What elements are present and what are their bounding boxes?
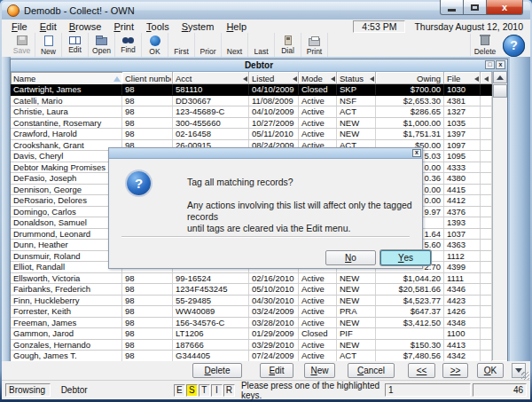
table-row-forrester[interactable]: Forrester, Keith 98 WW40089 03/24/2009 A… (11, 306, 507, 318)
table-row-crawford[interactable]: Crawford, Harold 98 02-16458 05/11/2010 … (11, 129, 507, 140)
close-button[interactable]: x (487, 0, 523, 15)
hotkey-I[interactable]: I (211, 384, 223, 397)
tag-records-dialog: x ? Tag all matching records? Any action… (108, 147, 423, 269)
no-button[interactable]: No (325, 250, 376, 265)
debtor-close-button[interactable]: x (496, 60, 505, 69)
column-arrow-icon (484, 76, 489, 82)
first-button[interactable]: First (168, 33, 195, 57)
new-footer-button[interactable]: New (304, 363, 335, 378)
edit-footer-button[interactable]: Edit (260, 363, 293, 378)
open-button[interactable]: Open (89, 33, 115, 57)
hotkey-S[interactable]: S (186, 384, 198, 397)
column-header-status[interactable]: Status (337, 72, 376, 84)
resize-grip[interactable] (521, 372, 529, 380)
table-row-constantine[interactable]: Constantine, Rosemary 98 300-455660 10/2… (11, 118, 507, 130)
table-row-catelli[interactable]: Catelli, Mario 98 DD30667 11/08/2009 Act… (11, 96, 507, 107)
last-button[interactable]: Last (248, 33, 275, 57)
column-header-file[interactable]: File (444, 72, 481, 84)
app-window: Demodb - Collect! - OWN x File Edit Brow… (0, 0, 532, 402)
status-bar: Browsing Debtor E S T I R Please press o… (2, 380, 530, 399)
status-mode: Browsing (5, 383, 51, 397)
print-icon (309, 38, 320, 46)
debtor-window-titlebar: Debtor □ x (11, 59, 507, 72)
menu-browse[interactable]: Browse (63, 21, 108, 32)
window-title: Demodb - Collect! - OWN (24, 5, 135, 16)
dialog-close-icon[interactable]: x (412, 149, 421, 157)
ok-icon (150, 35, 160, 46)
column-header-mode[interactable]: Mode (299, 72, 337, 84)
ok-footer-button[interactable]: OK (477, 363, 504, 378)
hotkey-E[interactable]: E (174, 384, 185, 397)
status-context: Debtor (61, 385, 122, 395)
column-arrow-icon (331, 76, 335, 82)
menu-edit[interactable]: Edit (34, 21, 63, 32)
new-button[interactable]: New (35, 33, 62, 57)
table-header: Name Client number Acct Listed Mode Stat… (11, 72, 507, 84)
menu-system[interactable]: System (176, 21, 221, 32)
next-page-footer-button[interactable]: >> (442, 363, 468, 378)
print-button[interactable]: Print (301, 33, 328, 57)
scroll-up-button[interactable] (493, 71, 507, 83)
yes-button[interactable]: Yes (380, 250, 431, 265)
delete-button[interactable]: Delete (470, 34, 499, 56)
delete-footer-button[interactable]: Delete (192, 363, 242, 378)
hotkey-R[interactable]: R (223, 384, 235, 397)
table-row-ellsworth[interactable]: Ellsworth, Victoria 98 99-16524 02/16/20… (11, 273, 507, 285)
record-count: 46 (473, 383, 527, 397)
find-button[interactable]: Find (115, 33, 142, 57)
date: Thursday August 12, 2010 (414, 21, 523, 32)
ok-button[interactable]: OK (142, 33, 168, 57)
restore-button[interactable]: □ (485, 60, 495, 69)
chevron-up-icon (497, 75, 504, 80)
cancel-footer-button[interactable]: Cancel (348, 363, 395, 378)
maximize-button[interactable] (464, 0, 487, 15)
minimize-button[interactable] (440, 0, 464, 15)
column-header-owing[interactable]: Owing (376, 72, 444, 84)
table-row-freeman[interactable]: Freeman, James 98 156-34576-C 03/28/2010… (11, 318, 507, 329)
table-row-cartwright[interactable]: Cartwright, James 98 581110 04/10/2009 C… (11, 84, 507, 96)
help-icon[interactable]: ? (503, 35, 525, 57)
column-header-listed[interactable]: Listed (249, 72, 299, 84)
right-edge-strip (510, 57, 530, 361)
save-button[interactable]: Save (9, 33, 35, 57)
menu-tools[interactable]: Tools (140, 21, 176, 32)
minimize-icon (448, 9, 456, 12)
vertical-scrollbar[interactable] (492, 71, 507, 360)
menu-print[interactable]: Print (107, 21, 140, 32)
scrollbar-thumb[interactable] (493, 84, 507, 98)
column-arrow-icon (474, 76, 479, 82)
table-row-gonzales[interactable]: Gonzales, Hernando 98 187666 03/29/2010 … (11, 340, 507, 351)
hotkey-T[interactable]: T (199, 384, 210, 397)
column-header-extra[interactable] (481, 72, 492, 84)
menu-help[interactable]: Help (220, 21, 253, 32)
open-icon (96, 37, 107, 45)
question-icon: ? (127, 171, 151, 195)
edit-icon (69, 36, 81, 44)
prev-page-footer-button[interactable]: << (408, 363, 435, 378)
prior-button[interactable]: Prior (195, 33, 222, 57)
next-button[interactable]: Next (222, 33, 248, 57)
table-row-finn[interactable]: Finn, Huckleberry 98 55-29485 04/30/2010… (11, 296, 507, 307)
table-row-gammon[interactable]: Gammon, Jarod 98 LT1206 01/29/2009 Close… (11, 328, 507, 340)
menu-file[interactable]: File (5, 21, 34, 32)
table-row-gough[interactable]: Gough, James T. 98 G344405 07/24/2009 Ac… (11, 351, 507, 362)
edit-button[interactable]: Edit (62, 33, 89, 57)
dialog-question: Tag all matching records? (187, 177, 293, 187)
dialog-separator (121, 236, 410, 238)
column-header-acct[interactable]: Acct (173, 72, 249, 84)
table-row-fairbanks[interactable]: Fairbanks, Frederich 98 1234F453245 05/1… (11, 284, 507, 296)
column-header-name[interactable]: Name (11, 72, 122, 84)
table-row-christie[interactable]: Christie, Laura 98 123-45689-C 04/10/200… (11, 106, 507, 118)
trash-icon (481, 35, 489, 46)
find-icon (122, 37, 134, 44)
dial-button[interactable]: Dial (275, 33, 301, 57)
toolbar: Save New Edit Open (2, 33, 530, 58)
debtor-window-controls: □ x (485, 60, 505, 69)
column-header-client-number[interactable]: Client number (122, 72, 173, 84)
footer-button-bar: Delete Edit New Cancel << >> OK (2, 361, 530, 380)
column-arrow-icon (370, 76, 374, 82)
dialog-titlebar: x (109, 148, 422, 159)
toolbar-buttons: Save New Edit Open (9, 33, 328, 57)
maximize-icon (471, 4, 479, 11)
hotkey-indicators: E S T I R (174, 384, 236, 397)
